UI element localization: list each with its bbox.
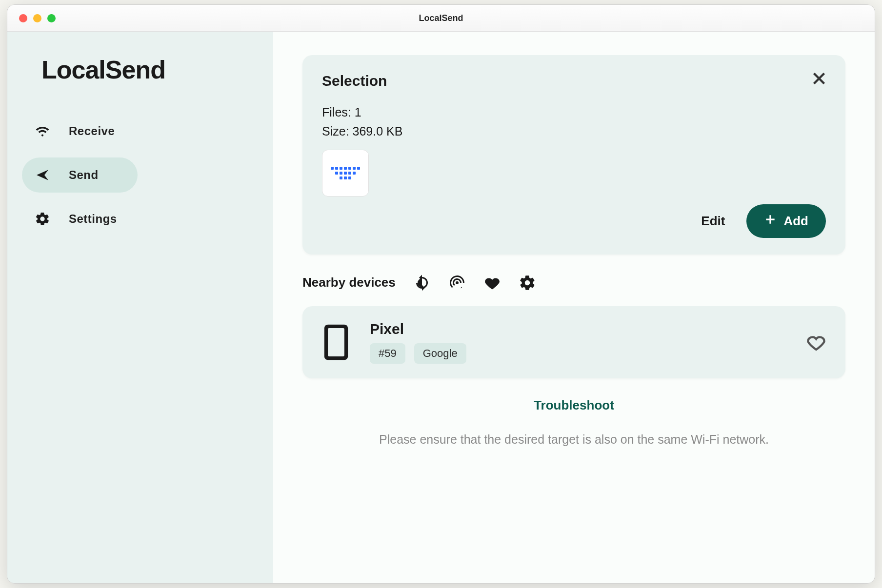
phone-icon <box>322 323 350 361</box>
fullscreen-window-button[interactable] <box>47 14 56 22</box>
device-vendor-badge: Google <box>414 343 466 364</box>
files-count: Files: 1 <box>322 103 826 122</box>
files-size: Size: 369.0 KB <box>322 122 826 141</box>
app-body: LocalSend Receive Send Settings <box>7 32 875 583</box>
send-icon <box>35 167 50 183</box>
add-button-label: Add <box>783 214 808 229</box>
svg-rect-2 <box>328 328 344 356</box>
settings-icon[interactable] <box>519 274 536 292</box>
minimize-window-button[interactable] <box>33 14 41 22</box>
close-icon[interactable] <box>810 70 828 87</box>
app-window: LocalSend LocalSend Receive Send <box>7 4 875 584</box>
close-window-button[interactable] <box>19 14 27 22</box>
nearby-label: Nearby devices <box>302 275 396 290</box>
sidebar-item-label: Settings <box>69 212 117 226</box>
favorites-icon[interactable] <box>483 274 501 292</box>
edit-button[interactable]: Edit <box>701 214 725 229</box>
scan-icon[interactable] <box>448 274 466 292</box>
app-name: LocalSend <box>22 55 259 84</box>
selection-title: Selection <box>322 73 826 89</box>
sidebar-item-settings[interactable]: Settings <box>22 201 259 236</box>
heart-outline-icon[interactable] <box>806 333 826 352</box>
device-card[interactable]: Pixel #59 Google <box>302 306 845 378</box>
svg-point-0 <box>456 281 459 284</box>
network-hint: Please ensure that the desired target is… <box>302 432 845 447</box>
device-name: Pixel <box>370 321 787 337</box>
file-thumbnail[interactable] <box>322 150 369 196</box>
selection-actions: Edit Add <box>322 204 826 238</box>
window-controls <box>7 14 56 22</box>
device-id-badge: #59 <box>370 343 405 364</box>
titlebar: LocalSend <box>7 5 875 32</box>
wifi-icon <box>35 123 50 139</box>
sidebar-item-label: Receive <box>69 124 115 138</box>
window-title: LocalSend <box>7 13 875 23</box>
refresh-icon[interactable] <box>413 274 431 292</box>
sidebar-item-receive[interactable]: Receive <box>22 114 259 149</box>
device-info: Pixel #59 Google <box>370 321 787 364</box>
plus-icon <box>764 213 777 229</box>
selection-card: Selection Files: 1 Size: 369.0 KB Edit <box>302 55 845 255</box>
add-button[interactable]: Add <box>746 204 826 238</box>
troubleshoot-link[interactable]: Troubleshoot <box>302 398 845 413</box>
selection-meta: Files: 1 Size: 369.0 KB <box>322 103 826 141</box>
main-content: Selection Files: 1 Size: 369.0 KB Edit <box>273 32 875 583</box>
sidebar-item-send[interactable]: Send <box>22 157 138 193</box>
nearby-header: Nearby devices <box>302 274 845 292</box>
sidebar: LocalSend Receive Send Settings <box>7 32 273 583</box>
device-badges: #59 Google <box>370 343 787 364</box>
gear-icon <box>35 211 50 227</box>
sidebar-item-label: Send <box>69 168 99 182</box>
